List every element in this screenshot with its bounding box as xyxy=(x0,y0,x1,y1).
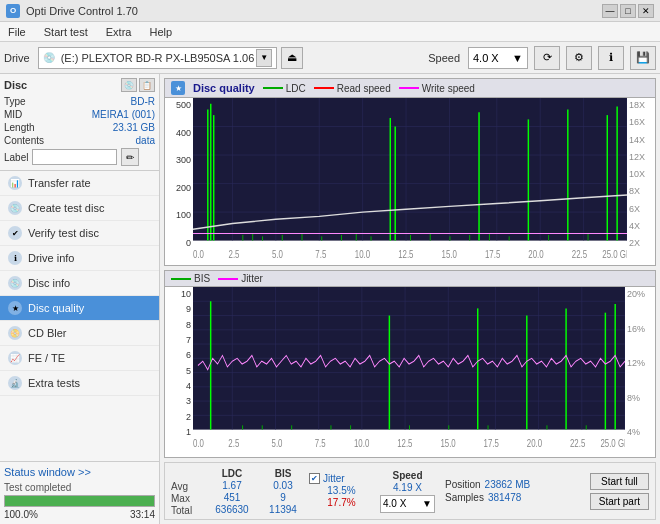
minimize-button[interactable]: — xyxy=(602,4,618,18)
svg-rect-40 xyxy=(548,235,549,241)
nav-items: 📊 Transfer rate 💿 Create test disc ✔ Ver… xyxy=(0,171,159,461)
drive-dropdown-button[interactable]: ▼ xyxy=(256,49,272,67)
nav-create-test-disc[interactable]: 💿 Create test disc xyxy=(0,196,159,221)
speed-col-header: Speed xyxy=(380,470,435,481)
drive-selector[interactable]: 💿 (E:) PLEXTOR BD-R PX-LB950SA 1.06 ▼ xyxy=(38,47,278,69)
info-button[interactable]: ℹ xyxy=(598,46,624,70)
menubar: File Start test Extra Help xyxy=(0,22,660,42)
legend-read-speed: Read speed xyxy=(314,83,391,94)
status-window: Status window >> Test completed 100.0% 3… xyxy=(0,461,159,524)
svg-rect-38 xyxy=(489,233,490,240)
nav-drive-info[interactable]: ℹ Drive info xyxy=(0,246,159,271)
nav-extra-tests[interactable]: 🔬 Extra tests xyxy=(0,371,159,396)
start-part-button[interactable]: Start part xyxy=(590,493,649,510)
label-input[interactable] xyxy=(32,149,117,165)
disc-info-icon: 💿 xyxy=(8,276,22,290)
y1-400: 400 xyxy=(176,128,191,138)
svg-text:20.0: 20.0 xyxy=(528,247,544,260)
refresh-button[interactable]: ⟳ xyxy=(534,46,560,70)
y2-4pct: 4% xyxy=(627,427,655,437)
total-label: Total xyxy=(171,505,201,516)
length-value: 23.31 GB xyxy=(113,122,155,133)
svg-text:10.0: 10.0 xyxy=(355,247,371,260)
chart1-y2-axis: 18X 16X 14X 12X 10X 8X 6X 4X 2X xyxy=(627,98,655,262)
jitter-checkbox-row[interactable]: ✔ Jitter xyxy=(309,473,374,484)
speed-selector[interactable]: 4.0 X ▼ xyxy=(468,47,528,69)
svg-text:0.0: 0.0 xyxy=(193,247,204,260)
max-jitter-val: 17.7% xyxy=(309,497,374,508)
y1-0: 0 xyxy=(186,238,191,248)
svg-text:17.5: 17.5 xyxy=(484,436,500,449)
avg-bis-val: 0.03 xyxy=(273,480,292,491)
y2-2x: 2X xyxy=(629,238,655,248)
nav-disc-info-label: Disc info xyxy=(28,277,70,289)
window-controls: — □ ✕ xyxy=(602,4,654,18)
y2-12pct: 12% xyxy=(627,358,655,368)
start-full-button[interactable]: Start full xyxy=(590,473,649,490)
drive-text: (E:) PLEXTOR BD-R PX-LB950SA 1.06 xyxy=(61,52,255,64)
svg-rect-83 xyxy=(330,425,331,429)
nav-transfer-rate[interactable]: 📊 Transfer rate xyxy=(0,171,159,196)
elapsed-time: 33:14 xyxy=(130,509,155,520)
nav-verify-test-disc[interactable]: ✔ Verify test disc xyxy=(0,221,159,246)
speed-label: Speed xyxy=(428,52,460,64)
eject-button[interactable]: ⏏ xyxy=(281,47,303,69)
speed-select[interactable]: 4.0 X ▼ xyxy=(380,495,435,513)
transfer-rate-icon: 📊 xyxy=(8,176,22,190)
y-8: 8 xyxy=(186,320,191,330)
svg-text:25.0 GB: 25.0 GB xyxy=(600,436,625,449)
menu-file[interactable]: File xyxy=(4,25,30,39)
close-button[interactable]: ✕ xyxy=(638,4,654,18)
y2-14x: 14X xyxy=(629,135,655,145)
disc-icon2[interactable]: 📋 xyxy=(139,78,155,92)
y2-4x: 4X xyxy=(629,221,655,231)
legend-bis: BIS xyxy=(171,273,210,284)
write-speed-color xyxy=(399,87,419,89)
svg-rect-26 xyxy=(252,233,253,240)
svg-rect-84 xyxy=(350,425,351,429)
menu-extra[interactable]: Extra xyxy=(102,25,136,39)
speed-select-row[interactable]: 4.0 X ▼ xyxy=(380,495,435,513)
nav-cd-bler[interactable]: 📀 CD Bler xyxy=(0,321,159,346)
nav-verify-test-label: Verify test disc xyxy=(28,227,99,239)
type-value: BD-R xyxy=(131,96,155,107)
chart1-header: ★ Disc quality LDC Read speed Write spee… xyxy=(165,79,655,98)
menu-start-test[interactable]: Start test xyxy=(40,25,92,39)
svg-rect-39 xyxy=(509,236,510,240)
y-10: 10 xyxy=(181,289,191,299)
right-panel: ★ Disc quality LDC Read speed Write spee… xyxy=(160,74,660,524)
nav-fe-te[interactable]: 📈 FE / TE xyxy=(0,346,159,371)
svg-rect-27 xyxy=(262,236,263,240)
speed-select-val: 4.0 X xyxy=(383,498,406,509)
status-window-link[interactable]: Status window >> xyxy=(4,466,155,478)
svg-text:12.5: 12.5 xyxy=(397,436,413,449)
max-ldc-val: 451 xyxy=(224,492,241,503)
svg-rect-0 xyxy=(193,98,627,241)
menu-help[interactable]: Help xyxy=(145,25,176,39)
create-test-icon: 💿 xyxy=(8,201,22,215)
legend-write-speed: Write speed xyxy=(399,83,475,94)
jitter-checkbox[interactable]: ✔ xyxy=(309,473,320,484)
drive-label: Drive xyxy=(4,52,30,64)
chart2-container: BIS Jitter 10 9 8 7 6 5 4 3 2 xyxy=(164,270,656,458)
nav-create-test-label: Create test disc xyxy=(28,202,104,214)
svg-rect-25 xyxy=(242,235,243,241)
nav-disc-quality[interactable]: ★ Disc quality xyxy=(0,296,159,321)
max-label: Max xyxy=(171,493,201,504)
progress-bar xyxy=(4,495,155,507)
chart1-container: ★ Disc quality LDC Read speed Write spee… xyxy=(164,78,656,266)
maximize-button[interactable]: □ xyxy=(620,4,636,18)
label-edit-button[interactable]: ✏ xyxy=(121,148,139,166)
svg-text:2.5: 2.5 xyxy=(229,247,240,260)
chart1-icon: ★ xyxy=(171,81,185,95)
chart1-body: 500 400 300 200 100 0 xyxy=(165,98,655,262)
svg-text:10.0: 10.0 xyxy=(354,436,370,449)
nav-disc-info[interactable]: 💿 Disc info xyxy=(0,271,159,296)
stats-spacer xyxy=(171,466,201,480)
svg-text:25.0 GB: 25.0 GB xyxy=(602,247,627,260)
disc-icon1[interactable]: 💿 xyxy=(121,78,137,92)
total-ldc-val: 636630 xyxy=(215,504,248,515)
settings-button[interactable]: ⚙ xyxy=(566,46,592,70)
status-window-link-text: Status window >> xyxy=(4,466,91,478)
save-button[interactable]: 💾 xyxy=(630,46,656,70)
